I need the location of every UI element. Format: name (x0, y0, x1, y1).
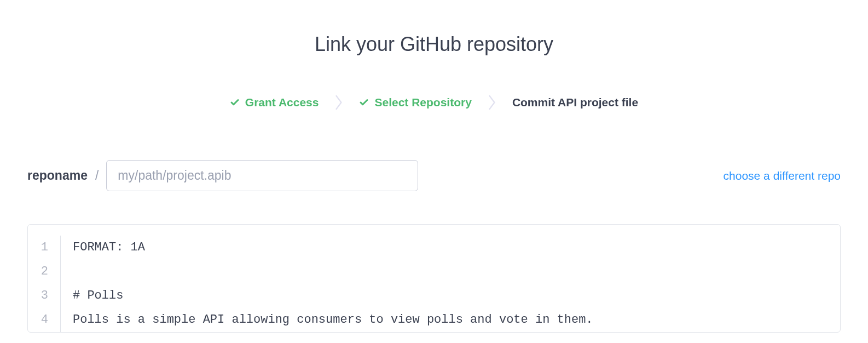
path-separator: / (95, 168, 99, 183)
code-line: 2 (28, 260, 840, 284)
code-line: 1 FORMAT: 1A (28, 236, 840, 260)
choose-different-repo-link[interactable]: choose a different repo (724, 169, 841, 182)
checkmark-icon (359, 98, 369, 107)
line-number: 4 (28, 308, 61, 332)
chevron-right-icon (334, 94, 344, 111)
stepper: Grant Access Select Repository Commit AP… (27, 94, 841, 111)
step-label: Commit API project file (512, 96, 638, 109)
step-grant-access: Grant Access (230, 96, 319, 109)
line-content: # Polls (61, 284, 123, 308)
path-row: reponame / choose a different repo (27, 160, 841, 191)
line-content: Polls is a simple API allowing consumers… (61, 308, 593, 332)
step-label: Grant Access (245, 96, 319, 109)
step-commit-file: Commit API project file (512, 96, 638, 109)
code-editor[interactable]: 1 FORMAT: 1A 2 3 # Polls 4 Polls is a si… (27, 224, 841, 333)
line-number: 1 (28, 236, 61, 260)
repo-name: reponame (27, 168, 88, 183)
page-title: Link your GitHub repository (27, 33, 841, 56)
line-content: FORMAT: 1A (61, 236, 145, 260)
line-number: 3 (28, 284, 61, 308)
chevron-right-icon (487, 94, 497, 111)
code-line: 3 # Polls (28, 284, 840, 308)
checkmark-icon (230, 98, 240, 107)
step-select-repository: Select Repository (359, 96, 471, 109)
step-label: Select Repository (374, 96, 471, 109)
code-line: 4 Polls is a simple API allowing consume… (28, 308, 840, 332)
file-path-input[interactable] (106, 160, 418, 191)
line-number: 2 (28, 260, 61, 284)
